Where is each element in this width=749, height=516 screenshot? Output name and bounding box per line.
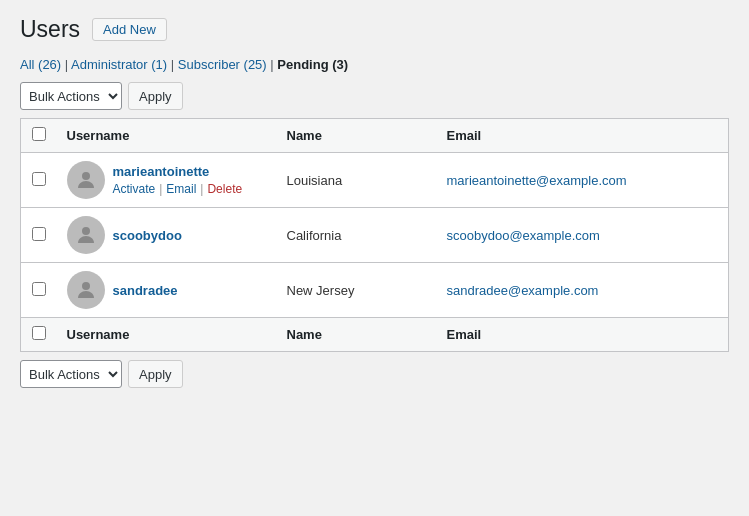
user-avatar-icon — [74, 223, 98, 247]
delete-action[interactable]: Delete — [207, 182, 242, 196]
bulk-actions-select-top[interactable]: Bulk Actions Delete — [20, 82, 122, 110]
filter-links: All (26) | Administrator (1) | Subscribe… — [20, 57, 729, 72]
row-checkbox[interactable] — [32, 172, 46, 186]
top-tablenav: Bulk Actions Delete Apply — [20, 82, 729, 110]
filter-subscriber[interactable]: Subscriber (25) — [178, 57, 267, 72]
check-all-checkbox[interactable] — [32, 127, 46, 141]
username-cell: scoobydoo — [57, 208, 277, 263]
apply-button-bottom[interactable]: Apply — [128, 360, 183, 388]
svg-point-0 — [82, 172, 90, 180]
page-title: Users — [20, 16, 80, 43]
user-avatar-icon — [74, 168, 98, 192]
filter-all[interactable]: All (26) — [20, 57, 61, 72]
name-cell: Louisiana — [277, 153, 437, 208]
email-cell: sandradee@example.com — [437, 263, 729, 318]
name-cell: California — [277, 208, 437, 263]
filter-administrator[interactable]: Administrator (1) — [71, 57, 167, 72]
email-action[interactable]: Email — [166, 182, 196, 196]
bottom-tablenav: Bulk Actions Delete Apply — [20, 360, 729, 388]
row-check-cell — [21, 263, 57, 318]
col-header-username: Username — [57, 119, 277, 153]
row-check-cell — [21, 153, 57, 208]
table-row: scoobydoo California scoobydoo@example.c… — [21, 208, 729, 263]
avatar — [67, 271, 105, 309]
check-all-checkbox-footer[interactable] — [32, 326, 46, 340]
activate-action[interactable]: Activate — [113, 182, 156, 196]
col-footer-name: Name — [277, 318, 437, 352]
email-link[interactable]: sandradee@example.com — [447, 283, 599, 298]
username-cell: marieantoinette Activate | Email | Delet… — [57, 153, 277, 208]
user-avatar-icon — [74, 278, 98, 302]
email-cell: scoobydoo@example.com — [437, 208, 729, 263]
row-check-cell — [21, 208, 57, 263]
row-checkbox[interactable] — [32, 227, 46, 241]
svg-point-1 — [82, 227, 90, 235]
apply-button-top[interactable]: Apply — [128, 82, 183, 110]
username-cell: sandradee — [57, 263, 277, 318]
username-link[interactable]: marieantoinette — [113, 164, 243, 179]
avatar — [67, 161, 105, 199]
add-new-button[interactable]: Add New — [92, 18, 167, 41]
svg-point-2 — [82, 282, 90, 290]
bulk-actions-select-bottom[interactable]: Bulk Actions Delete — [20, 360, 122, 388]
email-link[interactable]: marieantoinette@example.com — [447, 173, 627, 188]
username-link[interactable]: sandradee — [113, 283, 178, 298]
username-link[interactable]: scoobydoo — [113, 228, 182, 243]
col-footer-email: Email — [437, 318, 729, 352]
row-checkbox[interactable] — [32, 282, 46, 296]
row-actions: Activate | Email | Delete — [113, 182, 243, 196]
col-header-email: Email — [437, 119, 729, 153]
table-row: sandradee New Jersey sandradee@example.c… — [21, 263, 729, 318]
users-table: Username Name Email — [20, 118, 729, 352]
col-header-name: Name — [277, 119, 437, 153]
name-cell: New Jersey — [277, 263, 437, 318]
avatar — [67, 216, 105, 254]
email-link[interactable]: scoobydoo@example.com — [447, 228, 600, 243]
col-footer-username: Username — [57, 318, 277, 352]
email-cell: marieantoinette@example.com — [437, 153, 729, 208]
filter-pending: Pending (3) — [277, 57, 348, 72]
check-all-footer — [21, 318, 57, 352]
check-all-header — [21, 119, 57, 153]
table-row: marieantoinette Activate | Email | Delet… — [21, 153, 729, 208]
